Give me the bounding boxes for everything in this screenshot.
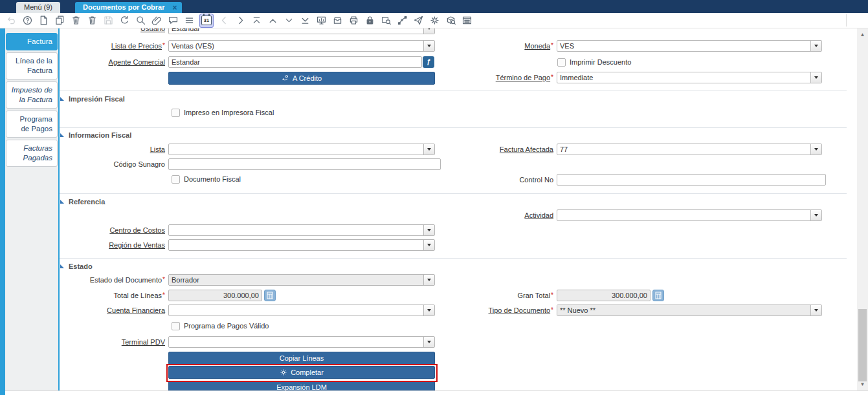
lista-de-precios-value[interactable]: Ventas (VES) <box>169 41 423 51</box>
termino-de-pago-combo[interactable]: Immediate <box>557 72 822 83</box>
actividad-combo[interactable] <box>557 209 822 221</box>
programa-de-pagos-valido-checkbox[interactable] <box>172 322 180 330</box>
lista-de-precios-label[interactable]: Lista de Precios <box>111 42 162 50</box>
scroll-down-icon[interactable]: ▼ <box>857 379 868 389</box>
lista-combo[interactable] <box>168 144 435 155</box>
last-record-icon[interactable] <box>299 15 311 27</box>
agente-comercial-info-button[interactable]: ƒ <box>423 56 434 68</box>
grid-toggle-icon[interactable] <box>183 15 195 27</box>
sidebar-tab-programa-de-pagos[interactable]: Programa de Pagos <box>6 111 58 138</box>
usuario-label[interactable]: Usuario <box>140 28 165 32</box>
dropdown-arrow-icon[interactable] <box>423 28 434 34</box>
centro-de-costos-label[interactable]: Centro de Costos <box>109 226 165 234</box>
impreso-en-impresora-fiscal-checkbox[interactable] <box>172 109 180 117</box>
quick-form-icon[interactable] <box>461 15 473 27</box>
detail-record-icon[interactable] <box>283 15 295 27</box>
vertical-scrollbar[interactable]: ▲ ▼ <box>857 28 868 390</box>
sidebar-tab-factura[interactable]: Factura <box>6 33 58 50</box>
refresh-icon[interactable] <box>118 15 130 27</box>
termino-de-pago-label[interactable]: Término de Pago <box>496 74 550 81</box>
scrollbar-thumb[interactable] <box>858 309 867 381</box>
save-icon[interactable] <box>102 15 114 27</box>
imprimir-descuento-checkbox[interactable] <box>557 58 566 67</box>
tipo-de-documento-label[interactable]: Tipo de Documento <box>489 306 551 314</box>
actividad-value[interactable] <box>557 210 810 220</box>
lista-value[interactable] <box>169 144 423 155</box>
lock-icon[interactable] <box>364 15 375 27</box>
sidebar-tab-impuesto-de-la-factura[interactable]: Impuesto de la Factura <box>6 81 58 109</box>
tab-menu[interactable]: Menú (9) <box>16 2 60 13</box>
parent-record-icon[interactable] <box>267 15 278 27</box>
scroll-up-icon[interactable]: ▲ <box>857 30 868 39</box>
terminal-pdv-label[interactable]: Terminal PDV <box>122 338 165 346</box>
estado-del-documento-combo[interactable]: Borrador <box>168 274 435 286</box>
sidebar-tab-linea-de-la-factura[interactable]: Línea de la Factura <box>6 52 58 80</box>
copiar-lineas-button[interactable]: Copiar Líneas <box>168 352 435 365</box>
report-icon[interactable] <box>315 15 327 27</box>
a-credito-button[interactable]: A Crédito <box>168 72 435 85</box>
centro-de-costos-value[interactable] <box>169 225 423 235</box>
workflow-icon[interactable] <box>396 15 408 27</box>
actividad-label[interactable]: Actividad <box>524 211 553 219</box>
first-record-icon[interactable] <box>250 15 262 27</box>
terminal-pdv-value[interactable] <box>169 337 423 347</box>
section-estado[interactable]: Estado <box>60 262 93 271</box>
dropdown-arrow-icon[interactable] <box>423 225 434 235</box>
undo-icon[interactable] <box>5 15 17 27</box>
factura-afectada-value[interactable]: 77 <box>557 144 810 155</box>
moneda-value[interactable]: VES <box>557 41 810 51</box>
cuenta-financiera-value[interactable] <box>169 305 423 315</box>
dropdown-arrow-icon[interactable] <box>810 210 821 220</box>
cuenta-financiera-combo[interactable] <box>168 304 435 316</box>
factura-afectada-combo[interactable]: 77 <box>557 144 822 155</box>
attachment-icon[interactable] <box>151 15 162 27</box>
print-icon[interactable] <box>348 15 359 27</box>
product-info-icon[interactable] <box>445 15 456 27</box>
region-de-ventas-label[interactable]: Región de Ventas <box>109 241 165 249</box>
region-de-ventas-combo[interactable] <box>168 239 435 251</box>
dropdown-arrow-icon[interactable] <box>810 72 821 83</box>
agente-comercial-label[interactable]: Agente Comercial <box>109 58 165 66</box>
dropdown-arrow-icon[interactable] <box>423 337 434 347</box>
total-de-lineas-calculator-button[interactable] <box>264 290 276 301</box>
gran-total-field[interactable]: 300.000,00 <box>557 290 651 301</box>
delete-record-icon[interactable] <box>70 15 82 27</box>
lista-de-precios-combo[interactable]: Ventas (VES) <box>168 40 435 52</box>
region-de-ventas-value[interactable] <box>169 240 423 250</box>
section-impresion-fiscal[interactable]: Impresión Fiscal <box>60 94 125 103</box>
section-informacion-fiscal[interactable]: Informacion Fiscal <box>60 131 131 140</box>
send-mail-icon[interactable] <box>412 15 424 27</box>
tab-documentos-por-cobrar[interactable]: Documentos por Cobrar × <box>75 2 182 13</box>
next-record-icon[interactable] <box>234 15 246 27</box>
delete-selection-icon[interactable] <box>86 15 98 27</box>
terminal-pdv-combo[interactable] <box>168 336 435 348</box>
section-referencia[interactable]: Referencia <box>60 197 105 206</box>
tipo-de-documento-combo[interactable]: ** Nuevo ** <box>557 304 822 316</box>
dropdown-arrow-icon[interactable] <box>810 41 821 51</box>
zoom-across-icon[interactable] <box>380 15 392 27</box>
find-icon[interactable] <box>135 15 146 27</box>
previous-record-icon[interactable] <box>218 15 230 27</box>
usuario-combo[interactable]: Estandar <box>168 28 435 34</box>
dropdown-arrow-icon[interactable] <box>423 275 434 285</box>
moneda-label[interactable]: Moneda <box>524 42 550 50</box>
archive-icon[interactable] <box>331 15 343 27</box>
tipo-de-documento-value[interactable]: ** Nuevo ** <box>557 305 810 315</box>
chat-icon[interactable] <box>167 15 179 27</box>
dropdown-arrow-icon[interactable] <box>810 144 821 155</box>
dropdown-arrow-icon[interactable] <box>810 305 821 315</box>
new-record-icon[interactable] <box>38 15 49 27</box>
calendar-icon[interactable]: 31 <box>199 14 214 28</box>
close-tab-icon[interactable]: × <box>173 3 177 14</box>
help-icon[interactable] <box>21 15 33 27</box>
total-de-lineas-field[interactable]: 300.000,00 <box>168 290 262 301</box>
completar-button[interactable]: Completar <box>168 366 435 379</box>
agente-comercial-field[interactable]: Estandar <box>168 56 422 68</box>
usuario-value[interactable]: Estandar <box>169 28 423 34</box>
codigo-sunagro-field[interactable] <box>168 158 441 170</box>
preferences-gear-icon[interactable] <box>428 15 440 27</box>
dropdown-arrow-icon[interactable] <box>423 240 434 250</box>
control-no-field[interactable] <box>557 174 826 186</box>
lista-label[interactable]: Lista <box>150 145 165 153</box>
gran-total-calculator-button[interactable] <box>652 290 664 301</box>
